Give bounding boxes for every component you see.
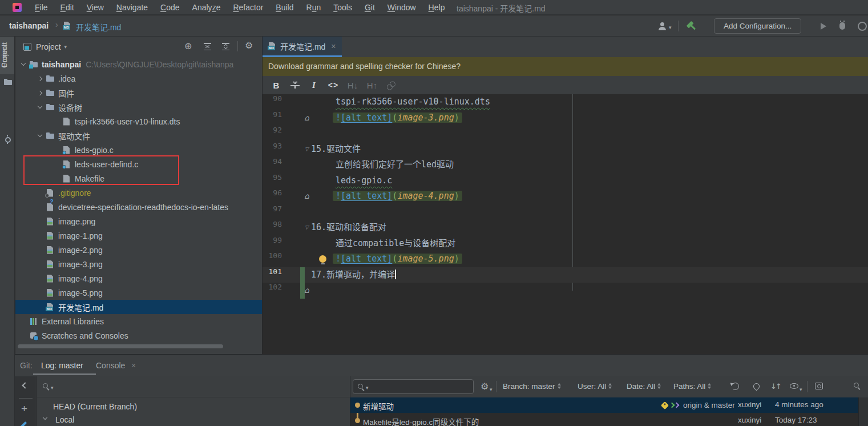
gear-icon[interactable]: ⚙ <box>245 41 253 50</box>
editor-line[interactable]: 91⌂![alt text](image-3.png) <box>263 110 868 126</box>
tree-item[interactable]: image-3.png <box>15 257 262 271</box>
tab-log-master[interactable]: Log: master <box>41 361 83 370</box>
fold-handle-icon[interactable]: ▽ <box>305 220 309 236</box>
editor-line[interactable]: 10117.新增驱动，并编译 <box>263 267 868 283</box>
gutter-region-icon[interactable]: ⌂ <box>304 188 309 204</box>
tree-item[interactable]: 开发笔记.md <box>15 300 262 314</box>
bold-button[interactable]: B <box>271 81 282 90</box>
tree-item[interactable]: Scratches and Consoles <box>15 328 262 343</box>
italic-button[interactable]: I <box>308 81 320 90</box>
tree-item[interactable]: taishanpaiC:\Users\QINGJUE\Desktop\git\t… <box>15 57 262 71</box>
chevron-down-icon[interactable] <box>37 132 43 139</box>
chevron-right-icon[interactable] <box>37 75 43 82</box>
tree-item[interactable]: image.png <box>15 214 262 228</box>
run-icon[interactable] <box>821 23 826 30</box>
tree-item[interactable]: External Libraries <box>15 314 262 328</box>
menu-file[interactable]: File <box>29 2 54 13</box>
collapse-left-icon[interactable] <box>22 382 28 388</box>
commit-scrollbar[interactable] <box>858 397 868 426</box>
menu-edit[interactable]: Edit <box>54 2 80 13</box>
editor-tab[interactable]: 开发笔记.md × <box>263 37 342 57</box>
header-down-button[interactable]: H↓ <box>347 81 358 90</box>
paint-icon[interactable] <box>752 382 761 391</box>
editor-line[interactable]: 102⌂ <box>263 283 868 299</box>
gutter-region-icon[interactable]: ⌂ <box>304 283 309 299</box>
tree-item[interactable]: 设备树 <box>15 100 262 114</box>
editor-line[interactable]: 100![alt text](image-5.png) <box>263 251 868 267</box>
tree-item[interactable]: image-4.png <box>15 271 262 286</box>
tree-item[interactable]: image-1.png <box>15 228 262 243</box>
branch-head-item[interactable]: HEAD (Current Branch) <box>53 402 137 411</box>
add-icon[interactable]: + <box>21 403 27 415</box>
gutter-region-icon[interactable]: ⌂ <box>304 110 309 126</box>
tree-item[interactable]: .gitignore <box>15 186 262 200</box>
breadcrumb-file[interactable]: 开发笔记.md <box>76 21 121 33</box>
edit-icon[interactable] <box>19 421 27 426</box>
strikethrough-button[interactable] <box>290 81 300 89</box>
intention-bulb-icon[interactable] <box>319 255 326 263</box>
collapse-all-icon[interactable] <box>222 43 229 50</box>
tree-item[interactable]: 驱动文件 <box>15 128 262 143</box>
breadcrumb-project[interactable]: taishanpai <box>9 21 49 30</box>
link-button[interactable] <box>385 79 398 92</box>
editor-line[interactable]: 90tspi-rk3566-user-v10-linux.dts <box>263 94 868 110</box>
close-console-tab-icon[interactable]: × <box>131 361 136 370</box>
menu-view[interactable]: View <box>80 2 110 13</box>
filter-paths[interactable]: Paths: All <box>673 382 711 391</box>
locate-file-icon[interactable]: ⊕ <box>184 42 192 51</box>
commit-search-input[interactable]: ▾ <box>353 379 474 394</box>
notification-banner[interactable]: Download grammar and spelling checker fo… <box>263 57 868 76</box>
editor-line[interactable]: 94立创给我们定好了一个led驱动 <box>263 157 868 173</box>
eye-icon[interactable] <box>790 383 798 389</box>
user-account-icon[interactable] <box>658 22 667 30</box>
chevron-down-icon[interactable] <box>20 61 27 68</box>
header-up-button[interactable]: H↑ <box>366 81 378 90</box>
filter-branch[interactable]: Branch: master <box>503 382 561 391</box>
menu-code[interactable]: Code <box>154 2 185 13</box>
tree-item[interactable]: image-5.png <box>15 286 262 300</box>
filter-user[interactable]: User: All <box>578 382 612 391</box>
project-view-dropdown-icon[interactable]: ▾ <box>64 44 67 50</box>
user-dropdown-icon[interactable]: ▾ <box>669 25 672 30</box>
branch-search-row[interactable]: ▾ <box>37 376 365 397</box>
menu-window[interactable]: Window <box>381 2 422 13</box>
project-panel-title[interactable]: Project <box>36 42 61 51</box>
go-to-hash-icon[interactable] <box>815 383 823 389</box>
tree-item[interactable]: .idea <box>15 71 262 86</box>
tree-item[interactable]: devicetree-specification-readthedocs-io-… <box>15 200 262 214</box>
menu-analyze[interactable]: Analyze <box>186 2 227 13</box>
tab-console[interactable]: Console <box>96 361 125 370</box>
build-hammer-icon[interactable] <box>684 19 699 33</box>
chevron-down-icon[interactable] <box>42 415 49 422</box>
editor-line[interactable]: 98▽16.驱动和设备配对 <box>263 220 868 236</box>
menu-build[interactable]: Build <box>269 2 300 13</box>
chevron-right-icon[interactable] <box>37 90 43 97</box>
editor-line[interactable]: 95leds-gpio.c <box>263 173 868 189</box>
menu-git[interactable]: Git <box>358 2 381 13</box>
menu-run[interactable]: Run <box>300 2 328 13</box>
editor-line[interactable]: 92 <box>263 126 868 142</box>
editor-line[interactable]: 93▽15.驱动文件 <box>263 142 868 158</box>
chevron-down-icon[interactable] <box>37 104 43 111</box>
menu-help[interactable]: Help <box>422 2 451 13</box>
project-horizontal-scrollbar[interactable] <box>18 344 223 348</box>
refresh-icon[interactable] <box>732 383 739 390</box>
tree-item[interactable]: tspi-rk3566-user-v10-linux.dts <box>15 114 262 128</box>
fold-handle-icon[interactable]: ▽ <box>305 142 309 158</box>
debug-icon[interactable] <box>839 22 845 30</box>
editor-line[interactable]: 99通过compatible与设备树配对 <box>263 236 868 252</box>
editor-line[interactable]: 97 <box>263 204 868 220</box>
menu-navigate[interactable]: Navigate <box>110 2 154 13</box>
expand-all-icon[interactable] <box>204 43 211 50</box>
sort-icon[interactable]: ↓↑ <box>770 382 781 391</box>
search-commits-icon[interactable] <box>854 383 859 388</box>
commit-row[interactable]: 新增驱动 origin & master xuxinyi 4 minutes a… <box>350 397 859 413</box>
tree-item[interactable]: 固件 <box>15 86 262 100</box>
profiler-icon[interactable] <box>858 22 867 31</box>
log-settings-gear-icon[interactable]: ⚙ <box>481 381 488 392</box>
editor-line[interactable]: 96⌂![alt text](image-4.png) <box>263 188 868 204</box>
editor-content[interactable]: 90tspi-rk3566-user-v10-linux.dts91⌂![alt… <box>263 94 868 354</box>
tree-item[interactable]: image-2.png <box>15 243 262 257</box>
filter-date[interactable]: Date: All <box>627 382 661 391</box>
menu-refactor[interactable]: Refactor <box>227 2 269 13</box>
